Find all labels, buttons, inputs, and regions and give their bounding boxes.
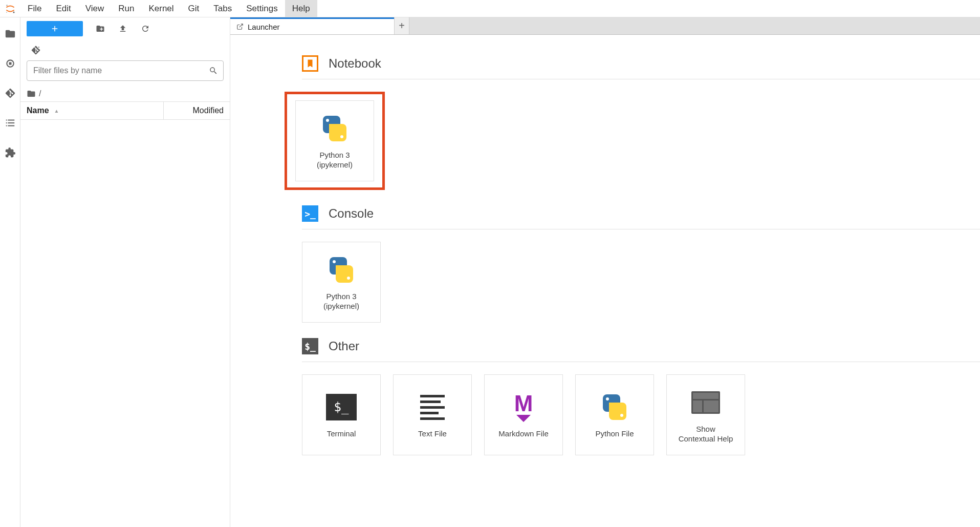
toc-icon[interactable] (3, 116, 17, 130)
breadcrumb-path: / (39, 89, 41, 98)
card-label: Text File (418, 429, 447, 439)
git-init-row[interactable] (20, 40, 230, 60)
column-name[interactable]: Name ▲ (20, 106, 163, 115)
section-notebook: Notebook Python 3 (ipykernel) (251, 55, 980, 190)
card-label: Python File (595, 429, 634, 439)
file-list (20, 120, 230, 527)
card-python-file[interactable]: Python File (575, 374, 654, 455)
highlight-box: Python 3 (ipykernel) (285, 92, 385, 190)
menu-edit[interactable]: Edit (49, 0, 78, 17)
python-icon (318, 112, 351, 145)
svg-point-0 (6, 5, 7, 6)
svg-rect-4 (9, 62, 11, 65)
column-modified[interactable]: Modified (163, 102, 230, 119)
sort-caret-icon: ▲ (54, 108, 59, 114)
python-icon (325, 254, 358, 286)
menu-settings[interactable]: Settings (239, 0, 285, 17)
search-icon (209, 66, 218, 75)
divider (302, 229, 980, 229)
folder-icon (27, 89, 36, 98)
section-title: Other (329, 339, 359, 353)
section-title: Console (329, 206, 374, 221)
external-link-icon (236, 23, 244, 30)
file-browser-panel: / Name ▲ Modified (20, 17, 230, 527)
divider (302, 362, 980, 362)
new-folder-icon[interactable] (95, 24, 105, 34)
tab-title: Launcher (248, 23, 280, 31)
menu-items: File Edit View Run Kernel Git Tabs Setti… (20, 0, 317, 17)
refresh-icon[interactable] (140, 24, 150, 34)
section-other: $_ Other $_ Terminal Text File (251, 338, 980, 455)
running-icon[interactable] (3, 56, 17, 71)
svg-point-2 (6, 12, 7, 13)
main-area: Launcher + Notebook (230, 17, 980, 527)
file-list-header: Name ▲ Modified (20, 101, 230, 120)
card-label: Python 3 (ipykernel) (317, 150, 353, 170)
menu-tabs[interactable]: Tabs (206, 0, 239, 17)
add-tab-button[interactable]: + (394, 17, 409, 34)
text-file-icon (416, 391, 449, 424)
terminal-icon: $_ (325, 391, 358, 424)
card-label: Markdown File (498, 429, 549, 439)
menu-run[interactable]: Run (111, 0, 141, 17)
filter-box (27, 60, 224, 81)
tab-launcher[interactable]: Launcher (230, 17, 394, 34)
python-icon (598, 391, 631, 424)
menu-file[interactable]: File (20, 0, 49, 17)
upload-icon[interactable] (118, 24, 128, 34)
card-terminal[interactable]: $_ Terminal (302, 374, 381, 455)
file-toolbar (20, 17, 230, 40)
contextual-help-icon (689, 386, 722, 419)
card-label: Python 3 (ipykernel) (323, 291, 359, 311)
extensions-icon[interactable] (3, 145, 17, 160)
activity-bar (0, 17, 20, 527)
card-label: Show Contextual Help (679, 424, 733, 444)
notebook-section-icon (302, 55, 318, 72)
file-browser-icon[interactable] (3, 27, 17, 41)
svg-point-1 (13, 11, 15, 13)
menu-git[interactable]: Git (181, 0, 207, 17)
divider (302, 79, 980, 79)
tab-bar: Launcher + (230, 17, 980, 35)
menu-kernel[interactable]: Kernel (141, 0, 181, 17)
git-icon[interactable] (3, 86, 17, 100)
launcher-content: Notebook Python 3 (ipykernel) >_ Conso (230, 35, 980, 527)
card-notebook-python3[interactable]: Python 3 (ipykernel) (295, 100, 374, 181)
card-markdown-file[interactable]: M Markdown File (484, 374, 563, 455)
other-section-icon: $_ (302, 338, 318, 354)
menu-view[interactable]: View (78, 0, 112, 17)
card-label: Terminal (327, 429, 356, 439)
card-text-file[interactable]: Text File (393, 374, 472, 455)
card-console-python3[interactable]: Python 3 (ipykernel) (302, 242, 381, 323)
breadcrumb[interactable]: / (20, 86, 230, 101)
filter-input[interactable] (32, 66, 209, 76)
menubar: File Edit View Run Kernel Git Tabs Setti… (0, 0, 980, 17)
console-section-icon: >_ (302, 205, 318, 222)
jupyter-logo (0, 3, 20, 14)
section-console: >_ Console Python 3 (ipykernel) (251, 205, 980, 323)
section-title: Notebook (329, 56, 381, 71)
card-contextual-help[interactable]: Show Contextual Help (666, 374, 745, 455)
markdown-icon: M (507, 391, 540, 424)
new-launcher-button[interactable] (27, 21, 83, 36)
menu-help[interactable]: Help (285, 0, 317, 17)
